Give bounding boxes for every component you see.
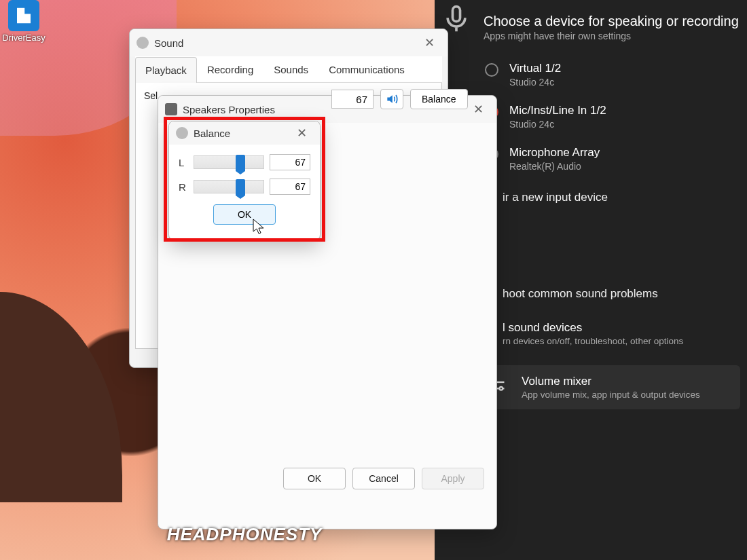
window-title: Speakers Properties: [183, 104, 275, 115]
close-icon[interactable]: ✕: [418, 35, 441, 50]
speaker-icon: [136, 37, 149, 49]
sound-tabs: Playback Recording Sounds Communications: [135, 56, 442, 83]
cancel-button[interactable]: Cancel: [352, 468, 415, 489]
properties-icon: [165, 103, 177, 115]
left-balance-value[interactable]: [270, 154, 310, 170]
levels-controls: Balance: [331, 89, 468, 109]
level-value-input[interactable]: [331, 90, 374, 109]
window-title: Sound: [154, 37, 183, 49]
apply-button[interactable]: Apply: [422, 468, 484, 489]
tab-sounds[interactable]: Sounds: [263, 56, 318, 82]
close-icon[interactable]: ✕: [290, 126, 313, 141]
speaker-icon: [176, 127, 188, 139]
tab-playback[interactable]: Playback: [135, 57, 197, 83]
desktop-icon-drivereasy[interactable]: DriverEasy: [0, 0, 48, 43]
left-balance-slider[interactable]: [194, 155, 264, 169]
watermark-text: HEADPHONESTY: [0, 524, 489, 545]
tab-communications[interactable]: Communications: [318, 56, 415, 82]
dialog-title: Balance: [194, 128, 230, 139]
speaker-sound-icon: [385, 92, 399, 106]
mute-toggle-button[interactable]: [380, 89, 403, 109]
input-device-row[interactable]: Virtual 1/2 Studio 24c: [435, 54, 747, 96]
desktop-icon-label: DriverEasy: [0, 33, 48, 43]
pane-hint: Sel: [144, 90, 158, 101]
balance-titlebar[interactable]: Balance ✕: [169, 122, 320, 145]
ok-button[interactable]: OK: [283, 468, 346, 489]
right-balance-value[interactable]: [270, 179, 310, 195]
sound-titlebar[interactable]: Sound ✕: [130, 29, 448, 56]
settings-input-subheader: Apps might have their own settings: [484, 31, 747, 41]
radio-icon: [485, 63, 498, 77]
right-balance-slider[interactable]: [194, 180, 264, 193]
settings-input-header: Choose a device for speaking or recordin…: [484, 14, 747, 29]
left-channel-label: L: [179, 157, 188, 168]
balance-dialog: Balance ✕ L R OK: [168, 121, 321, 240]
balance-ok-button[interactable]: OK: [213, 204, 276, 225]
close-icon[interactable]: ✕: [467, 102, 490, 117]
volume-mixer-row[interactable]: Volume mixer App volume mix, app input &…: [473, 365, 740, 409]
balance-button[interactable]: Balance: [410, 89, 468, 109]
drivereasy-icon: [8, 0, 39, 31]
svg-point-4: [500, 387, 503, 390]
svg-rect-0: [453, 7, 460, 22]
right-channel-label: R: [179, 181, 188, 193]
tab-recording[interactable]: Recording: [197, 56, 263, 82]
